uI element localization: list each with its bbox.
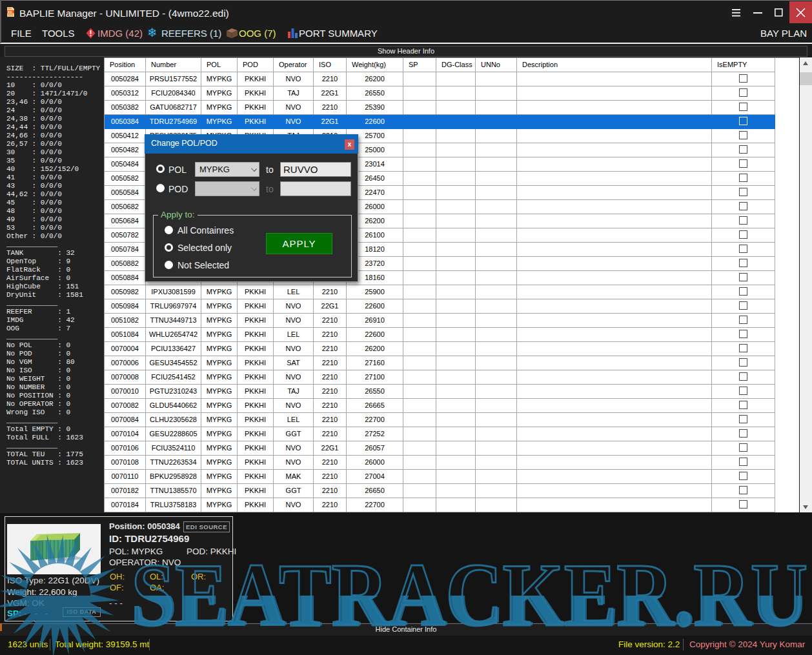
svg-text:EDI: EDI — [8, 10, 12, 14]
